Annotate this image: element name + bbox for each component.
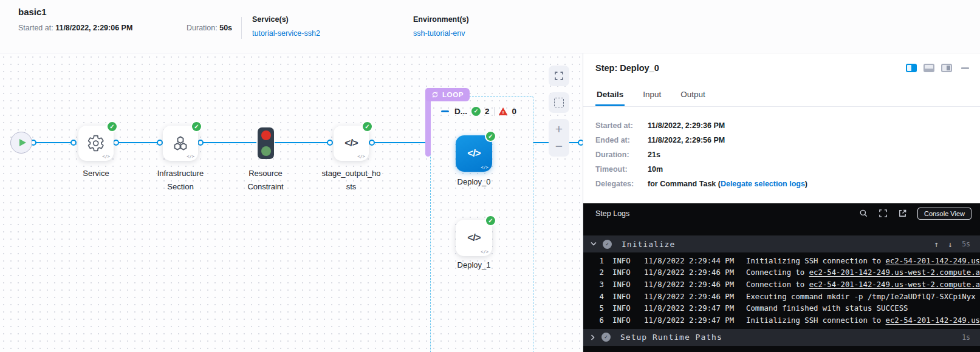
expand-logs-icon[interactable]: [879, 209, 888, 218]
step-tabs-row: Details Input Output: [583, 85, 980, 107]
chevron-down-icon: [591, 242, 597, 246]
detail-value: 10m: [648, 165, 807, 174]
pipeline-canvas[interactable]: ✓ </> Service ✓ </> Infrastructure Secti…: [0, 53, 583, 352]
traffic-light-red: [261, 130, 271, 140]
port: [113, 140, 119, 146]
code-glyph-mini: </>: [187, 154, 194, 159]
execution-header: basic1 Started at: 11/8/2022, 2:29:06 PM…: [0, 0, 980, 53]
log-line: 4INFO11/8/2022 2:29:46 PMExecuting comma…: [583, 291, 980, 303]
detail-label: Started at:: [595, 121, 648, 130]
traffic-light-green: [261, 146, 271, 156]
host-link[interactable]: ec2-54-201-142-249.us-west-2.compute.ama…: [886, 257, 980, 265]
step-details-list: Started at: 11/8/2022, 2:29:36 PM Ended …: [595, 121, 807, 188]
started-value: 11/8/2022, 2:29:06 PM: [55, 24, 132, 32]
started-at: Started at: 11/8/2022, 2:29:06 PM: [18, 24, 132, 32]
node-label-deploy-0: Deploy_0: [437, 175, 510, 189]
hexagons-icon: [171, 134, 190, 152]
code-glyph-mini: </>: [481, 249, 488, 254]
port: [369, 140, 375, 146]
node-stage-output-hosts[interactable]: </> ✓ </>: [334, 126, 369, 161]
node-resource-constraint[interactable]: [258, 127, 274, 159]
fullscreen-icon: [554, 71, 564, 81]
tab-input[interactable]: Input: [642, 85, 662, 106]
zoom-in-button[interactable]: +: [549, 121, 569, 137]
layout-right-view-button[interactable]: [906, 64, 917, 72]
selection-mode-button[interactable]: [549, 92, 569, 113]
log-line: 5INFO11/8/2022 2:29:47 PMCommand finishe…: [583, 302, 980, 314]
loop-badge-label: LOOP: [442, 91, 464, 98]
fit-to-screen-button[interactable]: [549, 66, 569, 86]
node-label-resource-constraint: Resource Constraint: [238, 167, 293, 194]
node-label-service: Service: [59, 167, 133, 180]
console-view-button[interactable]: Console View: [917, 208, 971, 220]
play-icon: [19, 139, 26, 146]
tab-details[interactable]: Details: [595, 85, 625, 106]
port: [578, 140, 583, 146]
loop-badge: LOOP: [425, 88, 470, 101]
loop-failure-count: 0: [512, 107, 517, 116]
loop-icon: [431, 91, 439, 98]
duration-value: 50s: [219, 24, 232, 32]
environments-label: Environment(s): [413, 15, 469, 24]
edge: [33, 142, 73, 143]
section-success-icon: ✓: [603, 240, 612, 249]
host-link[interactable]: ec2-54-201-142-249.us-west-2.compute.ama…: [809, 280, 980, 289]
pipeline-start-node[interactable]: [10, 132, 32, 154]
log-section-initialize[interactable]: ✓ Initialize ↑ ↓ 5s: [583, 235, 980, 252]
scroll-to-bottom-icon[interactable]: ↓: [948, 240, 953, 249]
node-deploy-1[interactable]: </> ✓ </>: [456, 220, 492, 256]
step-panel-title: Step: Deploy_0: [595, 63, 659, 73]
node-service[interactable]: ✓ </>: [78, 126, 114, 161]
success-badge: ✓: [106, 121, 118, 132]
zoom-out-button[interactable]: −: [549, 138, 569, 154]
node-deploy-0[interactable]: </> ✓ </>: [456, 135, 492, 172]
code-glyph-mini: </>: [102, 154, 110, 159]
failure-count-icon: !: [499, 107, 508, 115]
detail-value-delegates: for Command Task (Delegate selection log…: [648, 180, 807, 188]
layout-minimized-view-button[interactable]: [941, 64, 952, 72]
divider: [494, 107, 495, 116]
edge: [117, 142, 159, 143]
node-label-infrastructure: Infrastructure Section: [143, 167, 218, 194]
loop-success-count: 2: [485, 107, 490, 116]
zoom-control: + −: [549, 119, 569, 157]
delegate-selection-logs-link[interactable]: Delegate selection logs: [721, 180, 805, 188]
duration-label: Duration:: [187, 24, 218, 32]
log-line: 3INFO11/8/2022 2:29:46 PMConnection to e…: [583, 279, 980, 291]
code-icon: </>: [467, 232, 481, 244]
services-label: Service(s): [252, 15, 289, 24]
panel-minimize-button[interactable]: [961, 67, 969, 69]
step-logs-titlebar: Step Logs Console View: [583, 203, 980, 223]
log-section-duration: 5s: [962, 240, 970, 248]
scroll-to-top-icon[interactable]: ↑: [934, 240, 939, 249]
pipeline-name: basic1: [18, 7, 47, 17]
host-link[interactable]: ec2-54-201-142-249.us-west-2.compute.ama…: [809, 268, 980, 277]
chevron-right-icon: [591, 334, 595, 340]
environment-link[interactable]: ssh-tutorial-env: [413, 29, 469, 38]
log-lines: 1INFO11/8/2022 2:29:44 PMInitializing SS…: [583, 252, 980, 329]
layout-bottom-view-button[interactable]: [923, 64, 934, 72]
node-infrastructure[interactable]: ✓ </>: [163, 126, 198, 161]
detail-label: Timeout:: [595, 165, 648, 174]
log-section-name: Setup Runtime Paths: [620, 333, 722, 342]
service-link[interactable]: tutorial-service-ssh2: [252, 29, 320, 38]
port: [327, 140, 333, 146]
loop-group-header: D... ✓ 2 ! 0: [441, 107, 516, 116]
step-details-panel: Step: Deploy_0 Details Input Output Star…: [583, 53, 980, 352]
collapse-icon[interactable]: [441, 110, 449, 112]
success-badge: ✓: [485, 130, 496, 142]
host-link[interactable]: ec2-54-201-142-249.us-west-2.compute.ama…: [886, 316, 980, 325]
detail-value: 11/8/2022, 2:29:56 PM: [648, 136, 807, 144]
search-icon[interactable]: [859, 209, 868, 218]
section-success-icon: ✓: [601, 333, 611, 342]
edge: [202, 142, 256, 143]
tab-output[interactable]: Output: [679, 85, 707, 106]
open-in-new-tab-icon[interactable]: [898, 209, 907, 218]
log-line: 2INFO11/8/2022 2:29:46 PMConnecting to e…: [583, 267, 980, 279]
edge: [373, 142, 426, 143]
log-section-setup-runtime-paths[interactable]: ✓ Setup Runtime Paths 1s: [583, 329, 980, 346]
detail-label-delegates: Delegates:: [595, 180, 648, 188]
detail-label: Duration:: [595, 151, 648, 159]
detail-value: 11/8/2022, 2:29:36 PM: [648, 121, 807, 130]
port: [70, 140, 77, 146]
